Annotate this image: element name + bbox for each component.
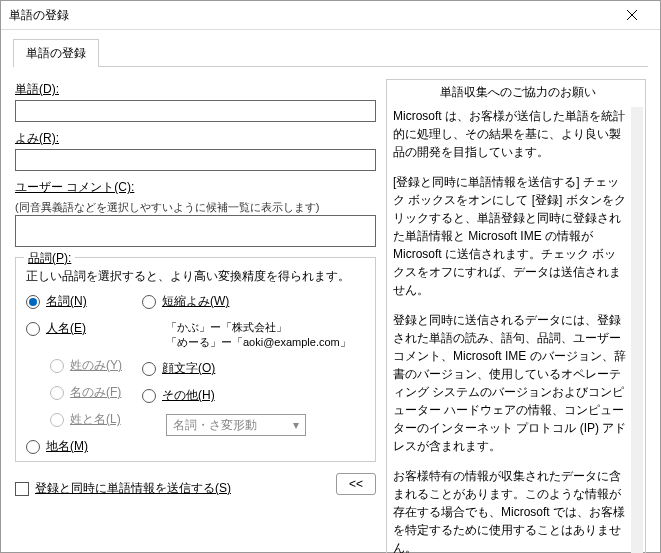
radio-kaomoji[interactable]: 顔文字(O) bbox=[142, 360, 352, 377]
window-title: 単語の登録 bbox=[9, 7, 612, 24]
word-input[interactable] bbox=[15, 100, 376, 122]
radio-fullname: 姓と名(L) bbox=[50, 411, 136, 428]
collapse-button[interactable]: << bbox=[336, 473, 376, 495]
radio-person[interactable]: 人名(E) bbox=[26, 320, 136, 337]
radio-noun[interactable]: 名詞(N) bbox=[26, 293, 136, 310]
pos-desc: 正しい品詞を選択すると、より高い変換精度を得られます。 bbox=[26, 268, 365, 285]
close-icon[interactable] bbox=[612, 1, 652, 29]
chevron-down-icon: ▾ bbox=[293, 418, 299, 432]
other-select: 名詞・さ変形動 ▾ bbox=[166, 414, 306, 436]
radio-shortyomi[interactable]: 短縮よみ(W) bbox=[142, 293, 352, 310]
tab-word-register[interactable]: 単語の登録 bbox=[13, 39, 99, 67]
comment-input[interactable] bbox=[15, 215, 376, 247]
send-checkbox[interactable]: 登録と同時に単語情報を送信する(S) bbox=[15, 480, 231, 497]
radio-givenname-only: 名のみ(F) bbox=[50, 384, 136, 401]
pos-group-title: 品詞(P): bbox=[24, 250, 75, 267]
yomi-label: よみ(R): bbox=[15, 130, 376, 147]
scrollbar[interactable] bbox=[631, 107, 643, 553]
example-2: 「めーる」ー「aoki@example.com」 bbox=[166, 335, 352, 350]
yomi-input[interactable] bbox=[15, 149, 376, 171]
radio-place[interactable]: 地名(M) bbox=[26, 438, 136, 455]
comment-label: ユーザー コメント(C): bbox=[15, 179, 376, 196]
radio-other[interactable]: その他(H) bbox=[142, 387, 352, 404]
radio-surname-only: 姓のみ(Y) bbox=[50, 357, 136, 374]
right-panel-title: 単語収集へのご協力のお願い bbox=[393, 84, 643, 101]
right-panel-text: Microsoft は、お客様が送信した単語を統計的に処理し、その結果を基に、よ… bbox=[393, 107, 631, 553]
comment-hint: (同音異義語などを選択しやすいように候補一覧に表示します) bbox=[15, 200, 376, 215]
example-1: 「かぶ」ー「株式会社」 bbox=[166, 320, 352, 335]
word-label: 単語(D): bbox=[15, 81, 376, 98]
